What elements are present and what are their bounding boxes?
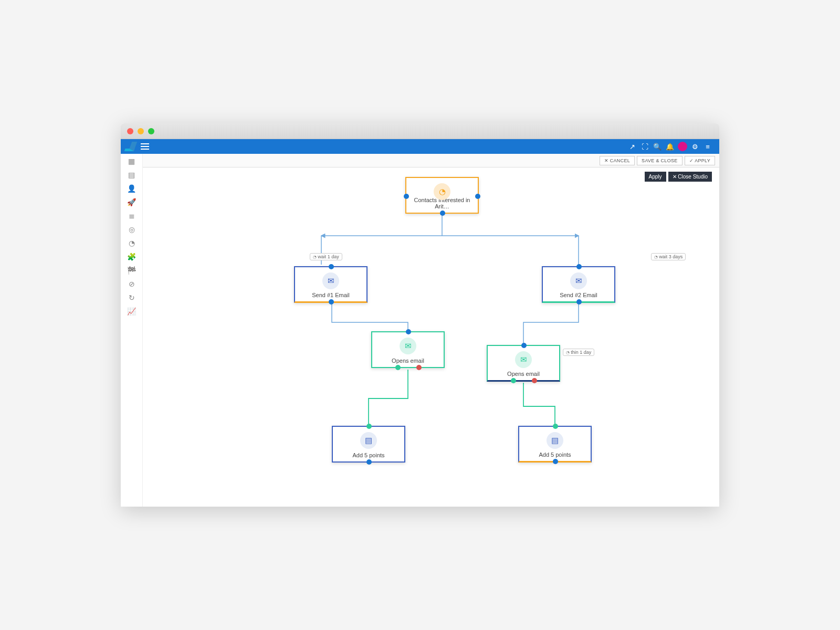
sidebar: ▦ ▤ 👤 🚀 ≣ ◎ ◔ 🧩 🏁 ⊘ ↻ 📈 — [121, 154, 143, 507]
close-window-icon[interactable] — [127, 128, 133, 134]
clock-icon[interactable]: ◔ — [129, 239, 135, 247]
chart-icon[interactable]: 📈 — [127, 307, 136, 316]
open-envelope-icon: ✉ — [515, 351, 532, 368]
avatar[interactable] — [676, 142, 689, 151]
apply-button[interactable]: ✓ APPLY — [685, 156, 715, 165]
envelope-icon: ✉ — [570, 272, 587, 289]
cancel-button[interactable]: ✕ CANCEL — [600, 156, 635, 165]
dashboard-icon[interactable]: ▦ — [128, 157, 135, 165]
block-icon[interactable]: ⊘ — [129, 280, 135, 288]
node-label: Opens email — [392, 358, 424, 364]
node-label: Add 5 points — [539, 452, 571, 458]
wait-label-3days: wait 3 days — [651, 253, 686, 260]
wait-label-1day: wait 1 day — [310, 253, 342, 260]
node-label: Send #2 Email — [560, 292, 597, 298]
fullscreen-icon[interactable]: ⛶ — [638, 143, 651, 151]
top-bar: ↗ ⛶ 🔍 🔔 ⚙ ≡ — [121, 139, 719, 154]
node-send-email-1[interactable]: ✉ Send #1 Email — [294, 266, 368, 303]
node-opens-email-1[interactable]: ✉ Opens email — [371, 331, 445, 368]
target-icon[interactable]: ◎ — [129, 225, 135, 234]
database-icon[interactable]: ≣ — [129, 212, 135, 220]
node-segment-root[interactable]: ◔ Contacts Interested in Arit… — [405, 177, 479, 214]
user-icon[interactable]: 👤 — [127, 184, 136, 193]
open-envelope-icon: ✉ — [400, 338, 416, 354]
rocket-icon[interactable]: 🚀 — [127, 198, 136, 206]
wait-label-within1day: thin 1 day — [563, 349, 594, 356]
node-opens-email-2[interactable]: ✉ Opens email — [487, 345, 560, 382]
search-icon[interactable]: 🔍 — [651, 143, 664, 151]
plugin-icon[interactable]: 🧩 — [127, 253, 136, 261]
hamburger-icon[interactable]: ≡ — [701, 143, 714, 151]
node-label: Opens email — [507, 371, 540, 377]
window-titlebar — [121, 123, 719, 139]
node-label: Add 5 points — [352, 452, 384, 458]
node-send-email-2[interactable]: ✉ Send #2 Email — [542, 266, 615, 303]
share-icon[interactable]: ↗ — [626, 143, 638, 151]
node-add-5-points-1[interactable]: ▤ Add 5 points — [332, 426, 405, 463]
node-label: Send #1 Email — [312, 292, 350, 298]
app-logo-icon — [124, 142, 138, 151]
action-bar: ✕ CANCEL SAVE & CLOSE ✓ APPLY — [143, 154, 719, 167]
maximize-window-icon[interactable] — [148, 128, 154, 134]
menu-toggle-icon[interactable] — [141, 143, 149, 150]
pie-chart-icon: ◔ — [434, 183, 450, 200]
calendar-icon[interactable]: ▤ — [128, 171, 135, 179]
bell-icon[interactable]: 🔔 — [664, 143, 676, 151]
save-close-button[interactable]: SAVE & CLOSE — [637, 156, 682, 165]
app-window: ↗ ⛶ 🔍 🔔 ⚙ ≡ ✕ CANCEL SAVE & CLOSE ✓ APPL… — [121, 123, 719, 507]
node-add-5-points-2[interactable]: ▤ Add 5 points — [518, 426, 592, 463]
gauge-icon[interactable]: 🏁 — [127, 266, 136, 275]
workflow-canvas[interactable]: Apply ✕ Close Studio — [143, 167, 719, 507]
minimize-window-icon[interactable] — [138, 128, 144, 134]
calculator-icon: ▤ — [360, 432, 377, 449]
envelope-icon: ✉ — [322, 272, 339, 289]
calculator-icon: ▤ — [547, 432, 563, 449]
gear-icon[interactable]: ⚙ — [689, 143, 701, 151]
history-icon[interactable]: ↻ — [129, 293, 135, 302]
